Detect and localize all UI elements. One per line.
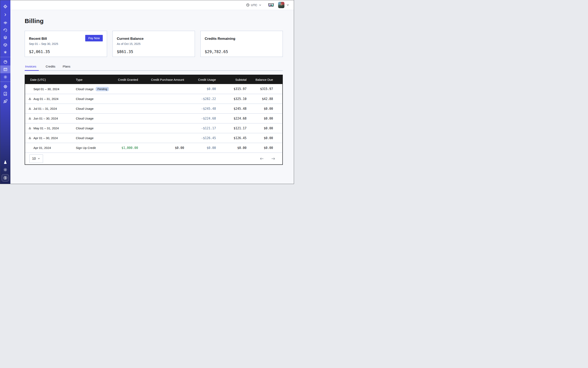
- card-title: Current Balance: [117, 37, 191, 41]
- balance-due-value: $0.00: [246, 107, 282, 110]
- subtotal-value: $121.17: [216, 127, 246, 130]
- asterisk-icon[interactable]: [0, 48, 10, 56]
- sidebar-divider: [0, 82, 10, 82]
- dollar-badge-icon: [2, 174, 9, 182]
- invoice-rows: Sept 01 – 30, 2024 Cloud Usage Pending $…: [25, 84, 282, 153]
- eye-icon[interactable]: [0, 19, 10, 27]
- balance-due-value: $315.97: [246, 87, 282, 91]
- card-amount: $29,782.65: [205, 49, 279, 54]
- balance-due-value: $42.88: [246, 97, 282, 101]
- billing-tabs: Invoices Credits Plans: [25, 65, 283, 71]
- table-header: Date (UTC) Type Credit Granted Credit Pu…: [25, 75, 282, 84]
- download-invoice-icon[interactable]: [28, 107, 32, 110]
- table-row: Sept 01 – 30, 2024 Cloud Usage Pending $…: [25, 84, 282, 94]
- table-row: Jul 01 – 31, 2024 Cloud Usage -$245.48 $…: [25, 104, 282, 113]
- clock-icon: [246, 3, 250, 7]
- rocket-icon[interactable]: [0, 98, 10, 105]
- layers-icon[interactable]: [0, 34, 10, 41]
- pay-now-button[interactable]: Pay Now: [85, 35, 103, 41]
- usage-gauge-icon[interactable]: [0, 58, 10, 65]
- flask-icon[interactable]: [0, 159, 10, 166]
- next-page-button[interactable]: [270, 156, 276, 162]
- credits-remaining-card: Credits Remaining $29,782.65: [200, 31, 283, 57]
- tab-plans[interactable]: Plans: [62, 65, 71, 70]
- page-size-value: 10: [32, 157, 36, 161]
- topbar: UTC: [10, 0, 294, 10]
- credit-purchase-value: $0.00: [138, 146, 184, 150]
- col-credit-granted: Credit Granted: [117, 78, 138, 81]
- sidebar-divider: [0, 57, 10, 57]
- subtotal-value: $126.45: [216, 136, 246, 140]
- invoice-type: Cloud Usage: [76, 97, 94, 101]
- col-credit-usage: Credit Usage: [184, 78, 216, 81]
- sidebar: [0, 0, 10, 184]
- user-avatar[interactable]: [278, 2, 284, 8]
- download-invoice-icon[interactable]: [28, 117, 32, 120]
- page-size-select[interactable]: 10: [29, 154, 43, 163]
- credit-usage-value: $0.00: [184, 87, 216, 91]
- card-title: Credits Remaining: [205, 37, 279, 41]
- main-content: Billing Recent Bill Sep 01 – Sep 30, 202…: [10, 10, 294, 184]
- download-invoice-icon[interactable]: [28, 137, 32, 140]
- billing-app: UTC Billing Recent Bill Sep 01 – Sep 30,…: [0, 0, 294, 184]
- download-invoice-icon[interactable]: [28, 127, 32, 130]
- subtotal-value: $325.10: [216, 97, 246, 101]
- current-balance-card: Current Balance As of Oct 15, 2025 $861.…: [113, 31, 195, 57]
- card-amount: $2,061.35: [29, 49, 103, 54]
- credit-usage-value: $0.00: [184, 146, 216, 150]
- subtotal-value: $224.68: [216, 117, 246, 120]
- col-type: Type: [76, 78, 117, 81]
- balance-due-value: $0.00: [246, 146, 282, 150]
- invoices-table: Date (UTC) Type Credit Granted Credit Pu…: [25, 75, 283, 165]
- card-subtitle: As of Oct 15, 2025: [117, 42, 191, 46]
- theme-sun-icon[interactable]: [0, 166, 10, 173]
- previous-page-button[interactable]: [259, 156, 265, 162]
- table-row: Jun 01 – 30, 2024 Cloud Usage -$224.68 $…: [25, 113, 282, 123]
- invoice-date: Jun 01 – 30, 2024: [33, 117, 58, 120]
- collapse-chevron-icon[interactable]: [0, 11, 10, 18]
- account-menu-chevron-icon[interactable]: [286, 3, 289, 7]
- tab-credits[interactable]: Credits: [45, 65, 56, 70]
- invoice-type: Sign Up Credit: [76, 146, 96, 149]
- invoice-type: Cloud Usage: [76, 136, 94, 140]
- credit-usage-value: -$282.22: [184, 97, 216, 101]
- sidebar-item-billing[interactable]: [0, 65, 10, 73]
- table-row: Apr 01, 2024 Sign Up Credit $1,000.00 $0…: [25, 143, 282, 153]
- recent-bill-card: Recent Bill Sep 01 – Sep 30, 2025 $2,061…: [25, 31, 107, 57]
- support-wheel-icon[interactable]: [0, 83, 10, 90]
- credits-dollar-button[interactable]: [0, 173, 10, 182]
- tab-invoices[interactable]: Invoices: [25, 65, 39, 70]
- chevron-down-icon: [37, 157, 40, 160]
- status-badge: Pending: [96, 87, 109, 91]
- invoice-type: Cloud Usage: [76, 117, 94, 120]
- credit-granted-value: $1,000.00: [117, 146, 138, 150]
- credit-usage-value: -$121.17: [184, 127, 216, 130]
- download-invoice-icon[interactable]: [28, 97, 32, 101]
- timezone-selector[interactable]: UTC: [246, 3, 262, 7]
- credit-usage-value: -$224.68: [184, 117, 216, 120]
- invoice-type: Cloud Usage: [76, 87, 94, 91]
- 3d-glasses-icon[interactable]: [268, 3, 274, 7]
- subtotal-value: $0.00: [216, 146, 246, 150]
- balance-due-value: $0.00: [246, 117, 282, 120]
- subtotal-value: $315.97: [216, 87, 246, 91]
- credit-usage-value: -$126.45: [184, 136, 216, 140]
- table-row: May 01 – 31, 2024 Cloud Usage -$121.17 $…: [25, 123, 282, 133]
- invoice-type: Cloud Usage: [76, 107, 94, 110]
- arrow-right-icon: [271, 156, 275, 161]
- settings-gear-icon[interactable]: [0, 73, 10, 81]
- cube-icon[interactable]: [0, 41, 10, 48]
- card-amount: $861.35: [117, 49, 191, 54]
- brand-logo-icon[interactable]: [0, 3, 10, 10]
- invoice-date: Sept 01 – 30, 2024: [33, 87, 59, 91]
- subtotal-value: $245.48: [216, 107, 246, 110]
- history-clock-icon[interactable]: [0, 27, 10, 34]
- invoice-date: May 01 – 31, 2024: [33, 127, 59, 130]
- table-footer: 10: [25, 153, 282, 165]
- summary-cards: Recent Bill Sep 01 – Sep 30, 2025 $2,061…: [25, 31, 283, 57]
- docs-book-icon[interactable]: [0, 90, 10, 98]
- col-credit-purchase: Credit Purchase Amount: [138, 78, 184, 81]
- arrow-left-icon: [260, 156, 264, 161]
- table-row: Apr 01 – 30, 2024 Cloud Usage -$126.45 $…: [25, 133, 282, 143]
- invoice-date: Jul 01 – 31, 2024: [33, 107, 57, 110]
